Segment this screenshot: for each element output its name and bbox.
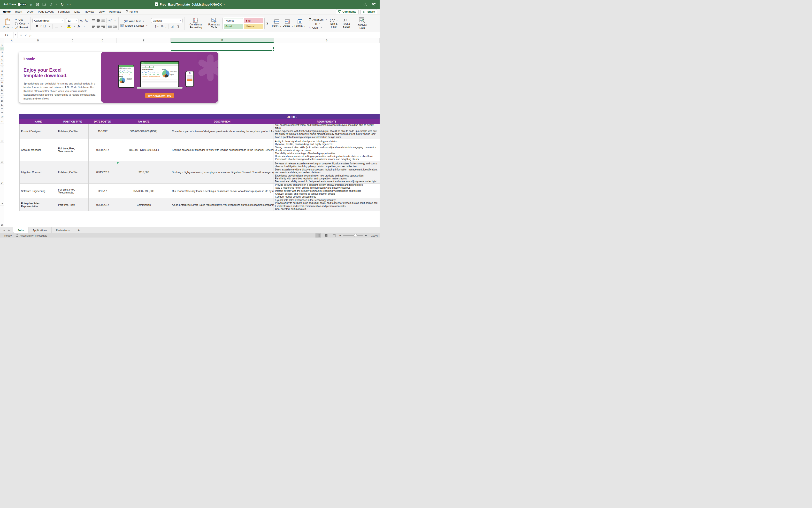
cell-requirements[interactable]: 5 years field sales experience in the Te…	[274, 199, 380, 211]
cancel-icon[interactable]: ×	[20, 33, 22, 37]
cell-position-type[interactable]: Full-time, On Site	[57, 124, 89, 139]
cell-pay-rate[interactable]: $80,000 - $100,000 (DOE)	[117, 139, 171, 161]
align-right-button[interactable]	[101, 25, 105, 28]
sheet-tab-evaluations[interactable]: Evaluations	[51, 227, 74, 233]
percent-button[interactable]: %	[161, 25, 163, 28]
row-header[interactable]: 23	[0, 142, 4, 164]
normal-view-icon[interactable]	[315, 234, 321, 238]
style-bad[interactable]: Bad	[244, 18, 263, 23]
cell-description[interactable]: Seeking an Account Manager to work with …	[171, 139, 274, 161]
paste-button[interactable]: Paste ∨	[2, 18, 13, 29]
row-header[interactable]: 19	[0, 111, 4, 114]
row-header[interactable]: 4	[0, 54, 4, 58]
save-as-icon[interactable]	[42, 3, 46, 6]
cell-description[interactable]: Seeking a highly motivated, team player …	[171, 161, 274, 183]
format-as-table-button[interactable]: Format as Table	[207, 18, 221, 29]
format-cells-button[interactable]: Format ∨	[294, 19, 305, 28]
table-row[interactable]: Enterprise Sales Representative Part-tim…	[19, 199, 380, 211]
col-header-e[interactable]: E	[117, 38, 171, 43]
search-icon[interactable]	[363, 2, 367, 6]
find-select-button[interactable]: ∨ Find & Select	[341, 18, 352, 28]
select-all-corner[interactable]	[0, 38, 4, 43]
enter-icon[interactable]: ✓	[25, 34, 27, 37]
insert-cells-button[interactable]: Insert ∨	[272, 19, 281, 28]
tab-formulas[interactable]: Formulas	[58, 10, 70, 13]
currency-button[interactable]: $∨	[155, 25, 159, 28]
clear-button[interactable]: ◇Clear∨	[309, 26, 327, 29]
document-title[interactable]: Free_ExcelTemplate_JobListings-KNACK	[160, 3, 221, 6]
font-name-select[interactable]: Calibri (Body)∨	[33, 18, 65, 23]
wrap-text-button[interactable]: abc Wrap Text∨	[124, 19, 144, 23]
style-good[interactable]: Good	[224, 24, 243, 29]
row-header[interactable]: 20	[0, 114, 4, 119]
row-header[interactable]: 24	[0, 164, 4, 185]
cell-date-posted[interactable]: 11/10/17	[89, 124, 117, 139]
autosave-toggle[interactable]: OFF	[17, 3, 27, 6]
comma-button[interactable]: ,	[166, 25, 167, 28]
row-header[interactable]: 11	[0, 81, 4, 84]
row-header[interactable]: 15	[0, 96, 4, 99]
autosum-button[interactable]: ∑AutoSum∨	[309, 18, 327, 21]
cell-position-type[interactable]: Full-time, On Site	[57, 161, 89, 183]
row-header[interactable]: 9	[0, 73, 4, 77]
zoom-in-button[interactable]: +	[365, 234, 367, 237]
align-bottom-button[interactable]	[101, 19, 105, 22]
accessibility-status[interactable]: Accessibility: Investigate	[15, 234, 47, 237]
grow-font-button[interactable]: A∧	[80, 19, 83, 22]
formula-input[interactable]	[34, 32, 380, 38]
align-top-button[interactable]	[92, 19, 95, 22]
row-header[interactable]: 5	[0, 58, 4, 62]
cell-name[interactable]: Enterprise Sales Representative	[19, 199, 57, 211]
tab-insert[interactable]: Insert	[15, 10, 22, 13]
row-header[interactable]: 6	[0, 62, 4, 66]
row-header[interactable]: 2	[0, 47, 4, 50]
add-sheet-button[interactable]: +	[74, 227, 83, 233]
table-row[interactable]: Software Engineering Full-time, Flex, Te…	[19, 183, 380, 199]
cell-date-posted[interactable]: 3/10/17	[89, 183, 117, 199]
cell-requirements[interactable]: Provide security guidance on a constant …	[274, 183, 380, 199]
col-header-b[interactable]: B	[19, 38, 57, 43]
cell-position-type[interactable]: Full-time, Flex, Telecommute	[57, 139, 89, 161]
row-header[interactable]: 8	[0, 69, 4, 73]
prev-sheet-icon[interactable]: ◀	[3, 229, 5, 231]
insert-function-icon[interactable]: fx	[30, 33, 32, 37]
cut-button[interactable]: ✂Cut	[15, 18, 29, 21]
col-header-g[interactable]: G	[274, 38, 380, 43]
title-chevron-icon[interactable]: ∨	[223, 3, 225, 6]
cell-requirements[interactable]: 5+ years of relevant experience working …	[274, 161, 380, 183]
tab-tell-me[interactable]: Tell me	[126, 10, 138, 13]
merge-center-button[interactable]: Merge & Center∨	[120, 24, 147, 27]
style-neutral[interactable]: Neutral	[244, 24, 263, 29]
sort-filter-button[interactable]: AZ ∨ Sort & Filter	[328, 18, 339, 28]
conditional-formatting-button[interactable]: Conditional Formatting	[186, 18, 206, 29]
cell-pay-rate[interactable]: $75,000-$90,000 (DOE)	[117, 124, 171, 139]
italic-button[interactable]: I	[40, 25, 41, 28]
sheet-tab-jobs[interactable]: Jobs	[13, 227, 28, 233]
feedback-person-icon[interactable]	[371, 2, 376, 6]
align-middle-button[interactable]	[97, 19, 100, 22]
cell-date-posted[interactable]: 09/19/2017	[89, 161, 117, 183]
table-row[interactable]: Litigation Counsel Full-time, On Site 09…	[19, 161, 380, 183]
fill-handle[interactable]	[272, 49, 274, 51]
row-header[interactable]: 1	[0, 43, 4, 47]
shrink-font-button[interactable]: A∨	[85, 19, 88, 22]
cell-pay-rate[interactable]: Commission	[117, 199, 171, 211]
tab-data[interactable]: Data	[74, 10, 80, 13]
tab-page-layout[interactable]: Page Layout	[38, 10, 54, 13]
cell-description[interactable]: As an Enterprise Direct Sales representa…	[171, 199, 274, 211]
cell-requirements[interactable]: You possess excellent verbal and written…	[274, 124, 380, 139]
row-header[interactable]: 16	[0, 99, 4, 103]
underline-button[interactable]: U	[44, 25, 46, 28]
row-header[interactable]: 18	[0, 107, 4, 111]
row-header[interactable]: 10	[0, 77, 4, 80]
row-header[interactable]: 3	[0, 51, 4, 54]
fill-color-button[interactable]	[67, 25, 71, 28]
more-commands-icon[interactable]: ⋯	[67, 3, 71, 6]
fill-button[interactable]: ↓Fill∨	[309, 22, 327, 25]
table-row[interactable]: Product Designer Full-time, On Site 11/1…	[19, 124, 380, 139]
row-header[interactable]: 7	[0, 66, 4, 69]
cell-name[interactable]: Software Engineering	[19, 183, 57, 199]
tab-draw[interactable]: Draw	[27, 10, 33, 13]
analyze-data-button[interactable]: Analyze Data	[356, 17, 369, 29]
selected-cell-f2[interactable]	[171, 47, 274, 51]
